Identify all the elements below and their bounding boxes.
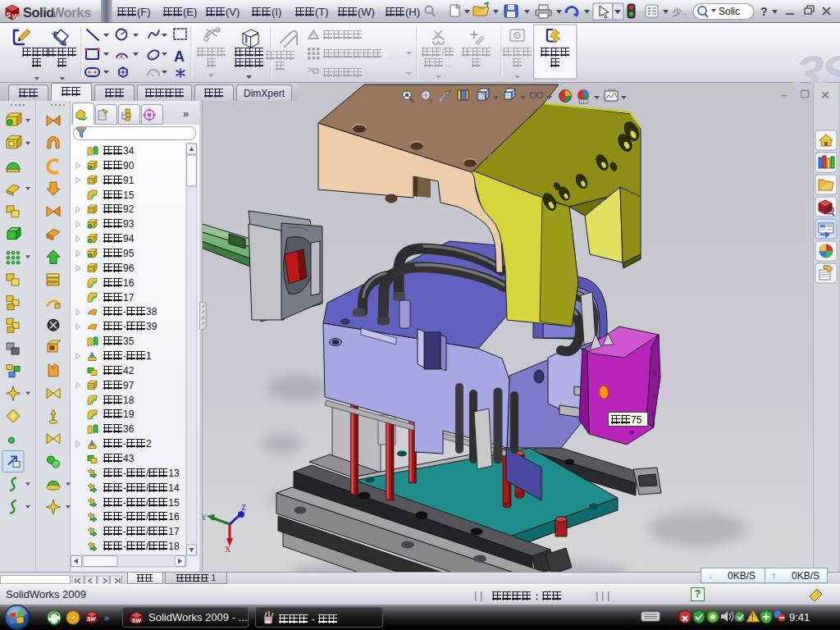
svg-text:Y: Y bbox=[203, 513, 207, 522]
svg-text:»: » bbox=[104, 613, 109, 623]
svg-text:SW: SW bbox=[132, 618, 143, 623]
svg-text:X: X bbox=[225, 545, 231, 554]
svg-text:A: A bbox=[174, 48, 185, 65]
svg-text:少..: 少.. bbox=[673, 7, 687, 16]
svg-text:SW: SW bbox=[87, 616, 96, 622]
svg-text:Works: Works bbox=[52, 5, 91, 20]
svg-text:!: ! bbox=[751, 613, 754, 622]
svg-text:9:41: 9:41 bbox=[789, 611, 810, 623]
svg-text:Solid: Solid bbox=[23, 5, 54, 20]
svg-text:S: S bbox=[6, 11, 11, 19]
svg-text:»: » bbox=[183, 107, 189, 120]
svg-text:Solic: Solic bbox=[719, 6, 740, 17]
svg-text:Z: Z bbox=[241, 503, 246, 512]
svg-text:?: ? bbox=[760, 5, 768, 18]
